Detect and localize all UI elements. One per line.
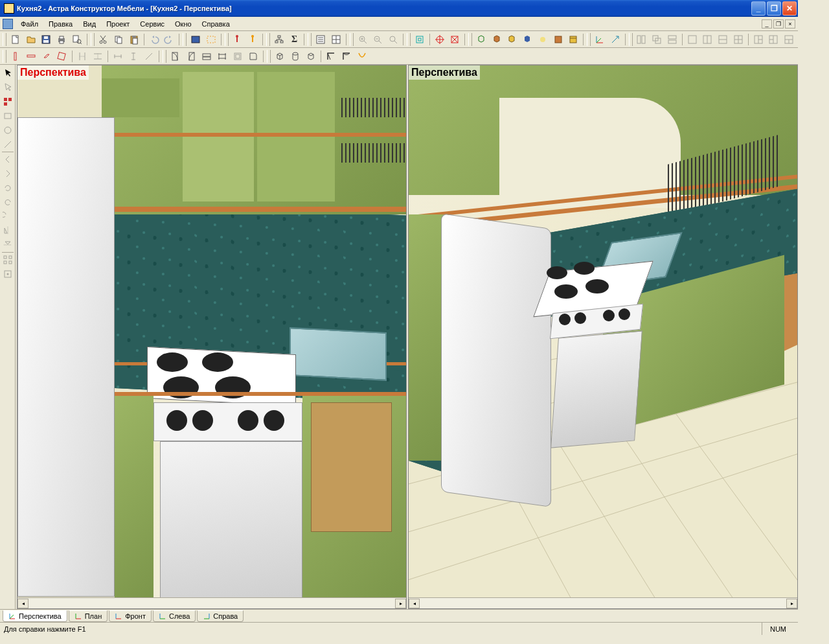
maximize-button[interactable]: ❐	[767, 1, 781, 16]
viewport-right[interactable]: Перспектива	[408, 65, 798, 609]
tab-perspective[interactable]: Перспектива	[3, 610, 67, 622]
menu-service[interactable]: Сервис	[135, 18, 170, 30]
snap-icon[interactable]	[1, 268, 14, 281]
close-button[interactable]: ✕	[782, 1, 797, 16]
scroll-left-icon[interactable]: ◂	[409, 599, 420, 608]
panel-v-icon[interactable]	[8, 49, 23, 63]
rotate-icon[interactable]	[1, 181, 14, 194]
paste-icon[interactable]	[127, 32, 141, 47]
render-shaded-icon[interactable]	[520, 32, 534, 47]
panel-curve-icon[interactable]	[246, 49, 260, 63]
menu-edit[interactable]: Правка	[43, 18, 78, 30]
screw-orange-icon[interactable]	[245, 32, 260, 47]
sigma-icon[interactable]: Σ	[288, 32, 302, 47]
cursor-edit-icon[interactable]	[1, 81, 14, 94]
toolbar-grip[interactable]	[225, 33, 229, 46]
toolbar-grip[interactable]	[587, 33, 591, 46]
render-light-icon[interactable]	[536, 32, 550, 47]
move-right-icon[interactable]	[1, 167, 14, 180]
mdi-close-button[interactable]: ×	[785, 19, 795, 29]
toolbar-grip[interactable]	[350, 33, 354, 46]
move-left-icon[interactable]	[1, 153, 14, 166]
door-right-icon[interactable]	[184, 49, 198, 63]
render-layer-icon[interactable]	[566, 32, 580, 47]
view-fit-icon[interactable]	[413, 32, 427, 47]
menu-window[interactable]: Окно	[170, 18, 197, 30]
split-v-icon[interactable]	[75, 49, 89, 63]
menu-project[interactable]: Проект	[101, 18, 135, 30]
toolbar-grip[interactable]	[629, 33, 633, 46]
dim-width-icon[interactable]	[111, 49, 125, 63]
viewport-hscroll[interactable]: ◂ ▸	[409, 597, 797, 608]
layout-3a-icon[interactable]	[751, 32, 766, 47]
minimize-button[interactable]: _	[751, 1, 766, 16]
redo-icon[interactable]	[162, 32, 176, 47]
menu-help[interactable]: Справка	[197, 18, 235, 30]
screw-red-icon[interactable]	[231, 32, 245, 47]
toolbar-grip[interactable]	[3, 50, 6, 63]
target-red-icon[interactable]	[433, 32, 447, 47]
tab-front[interactable]: Фронт	[109, 610, 152, 622]
toolbar-grip[interactable]	[266, 33, 270, 46]
arrow-blue-icon[interactable]	[608, 32, 622, 47]
opening-icon[interactable]	[231, 49, 245, 63]
layout-1-icon[interactable]	[685, 32, 699, 47]
zoom-out-icon[interactable]	[371, 32, 385, 47]
primitive-box-icon[interactable]	[273, 49, 287, 63]
tab-left[interactable]: Слева	[153, 610, 196, 622]
tab-right[interactable]: Справа	[197, 610, 244, 622]
toolbar-grip[interactable]	[183, 33, 187, 46]
layout-2h-icon[interactable]	[716, 32, 730, 47]
primitive-cylinder-icon[interactable]	[288, 49, 302, 63]
surface-a-icon[interactable]	[324, 49, 338, 63]
layout-3b-icon[interactable]	[766, 32, 780, 47]
copy-icon[interactable]	[111, 32, 126, 47]
window-hsplit-icon[interactable]	[665, 32, 679, 47]
open-file-icon[interactable]	[24, 32, 38, 47]
zoom-window-icon[interactable]	[386, 32, 400, 47]
print-preview-icon[interactable]	[70, 32, 84, 47]
toolbar-grip[interactable]	[3, 33, 6, 46]
menu-view[interactable]: Вид	[78, 18, 101, 30]
group-icon[interactable]	[1, 95, 14, 108]
doc-list-icon[interactable]	[313, 32, 328, 47]
layout-2v-icon[interactable]	[700, 32, 714, 47]
render-texture-icon[interactable]	[505, 32, 519, 47]
line-draw-icon[interactable]	[1, 138, 14, 151]
toolbar-grip[interactable]	[407, 33, 411, 46]
split-h-icon[interactable]	[91, 49, 105, 63]
dim-height-icon[interactable]	[126, 49, 141, 63]
cut-icon[interactable]	[97, 32, 111, 47]
axes-icon[interactable]	[593, 32, 607, 47]
no-target-icon[interactable]	[448, 32, 462, 47]
scroll-left-icon[interactable]: ◂	[17, 599, 28, 608]
selection-rect-icon[interactable]	[188, 32, 203, 47]
render-box-icon[interactable]	[551, 32, 565, 47]
scroll-right-icon[interactable]: ▸	[395, 599, 406, 608]
zoom-in-icon[interactable]	[356, 32, 370, 47]
window-cascade-icon[interactable]	[650, 32, 664, 47]
primitive-extrude-icon[interactable]	[304, 49, 318, 63]
mirror-v-icon[interactable]	[1, 238, 14, 251]
rect-draw-icon[interactable]	[1, 109, 14, 122]
viewport-hscroll[interactable]: ◂ ▸	[17, 597, 406, 608]
rotate-cw-icon[interactable]	[1, 210, 14, 223]
toolbar-grip[interactable]	[91, 33, 95, 46]
panel-h-icon[interactable]	[24, 49, 38, 63]
new-file-icon[interactable]	[8, 32, 23, 47]
toolbar-grip[interactable]	[468, 33, 472, 46]
toolbar-grip[interactable]	[267, 50, 271, 63]
circle-draw-icon[interactable]	[1, 124, 14, 137]
dim-diag-icon[interactable]	[142, 49, 156, 63]
mirror-h-icon[interactable]	[1, 224, 14, 237]
rotate-ccw-icon[interactable]	[1, 196, 14, 209]
render-solid-icon[interactable]	[490, 32, 504, 47]
cursor-icon[interactable]	[1, 67, 14, 80]
toolbar-grip[interactable]	[163, 50, 166, 63]
surface-c-icon[interactable]	[355, 49, 369, 63]
tab-plan[interactable]: План	[69, 610, 108, 622]
scroll-right-icon[interactable]: ▸	[786, 599, 797, 608]
array-icon[interactable]	[1, 253, 14, 266]
panel-free-icon[interactable]	[55, 49, 69, 63]
panel-depth-icon[interactable]	[40, 49, 54, 63]
